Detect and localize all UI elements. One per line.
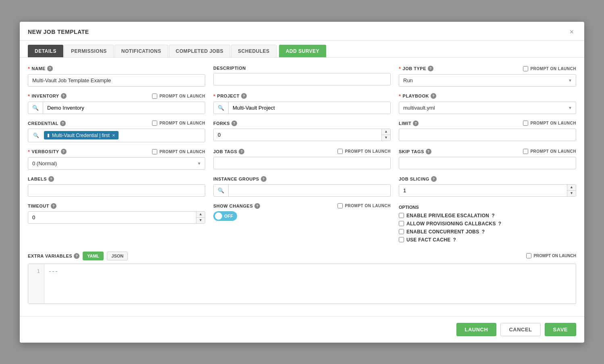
tab-add-survey[interactable]: ADD SURVEY	[279, 45, 326, 57]
forks-up[interactable]: ▲	[382, 129, 390, 135]
limit-prompt-checkbox[interactable]	[523, 121, 528, 126]
name-help-icon[interactable]: ?	[47, 66, 53, 71]
inventory-label: INVENTORY	[32, 94, 59, 98]
form-body: * NAME ? DESCRIPTION * JOB TYPE	[20, 58, 584, 312]
fact-cache-checkbox[interactable]	[399, 237, 404, 242]
inventory-input[interactable]	[43, 102, 205, 114]
credential-field: 🔍 ▮ Multi-Vault Credential | first ×	[28, 129, 205, 142]
instance-groups-search-icon[interactable]: 🔍	[214, 185, 229, 196]
yaml-format-button[interactable]: YAML	[83, 252, 104, 260]
project-search-wrap: 🔍	[213, 102, 391, 114]
forks-input-wrap: ▲ ▼	[213, 129, 391, 141]
limit-prompt-label: PROMPT ON LAUNCH	[530, 121, 576, 125]
forks-input[interactable]	[214, 129, 381, 141]
project-search-icon[interactable]: 🔍	[214, 102, 229, 114]
provisioning-callbacks-checkbox[interactable]	[399, 221, 404, 226]
row-verbosity-jobtags-skiptags: * VERBOSITY ? PROMPT ON LAUNCH 0 (Normal…	[28, 149, 576, 170]
job-slicing-input-wrap: ▲ ▼	[399, 184, 576, 197]
skiptags-prompt-checkbox[interactable]	[523, 149, 528, 154]
extra-variables-prompt-checkbox[interactable]	[526, 253, 531, 258]
extra-variables-help-icon[interactable]: ?	[74, 253, 79, 259]
credential-tag-remove[interactable]: ×	[112, 132, 115, 138]
inventory-help-icon[interactable]: ?	[61, 93, 67, 99]
fact-cache-help-icon[interactable]: ?	[453, 237, 456, 243]
playbook-select-wrap: multivault.yml ▼	[399, 102, 576, 114]
jobtags-help-icon[interactable]: ?	[239, 149, 244, 154]
jobtags-label: JOB TAGS	[213, 149, 237, 154]
code-content[interactable]: ---	[44, 264, 576, 304]
credential-help-icon[interactable]: ?	[60, 121, 66, 126]
tab-permissions[interactable]: PERMISSIONS	[64, 45, 114, 57]
name-input[interactable]	[28, 74, 205, 87]
timeout-help-icon[interactable]: ?	[51, 203, 56, 209]
forks-help-icon[interactable]: ?	[231, 121, 237, 126]
save-button[interactable]: SAVE	[545, 323, 576, 336]
options-title: OPTIONS	[399, 205, 576, 210]
concurrent-jobs-checkbox[interactable]	[399, 229, 404, 234]
jobtype-help-icon[interactable]: ?	[428, 66, 433, 71]
concurrent-jobs-help-icon[interactable]: ?	[482, 229, 485, 235]
show-changes-prompt-checkbox[interactable]	[337, 203, 343, 208]
labels-input[interactable]	[28, 184, 205, 197]
show-changes-toggle-label: OFF	[224, 214, 233, 218]
verbosity-help-icon[interactable]: ?	[61, 149, 67, 154]
limit-help-icon[interactable]: ?	[413, 121, 419, 126]
row-inventory-project-playbook: * INVENTORY ? PROMPT ON LAUNCH 🔍	[28, 93, 576, 114]
description-input[interactable]	[213, 73, 391, 85]
job-tags-input[interactable]	[213, 157, 391, 169]
inventory-prompt-checkbox[interactable]	[152, 94, 157, 99]
privilege-escalation-help-icon[interactable]: ?	[492, 213, 495, 218]
instance-groups-input[interactable]	[229, 185, 390, 196]
jobtags-prompt-checkbox[interactable]	[337, 149, 343, 154]
instance-groups-help-icon[interactable]: ?	[261, 176, 267, 182]
tab-schedules[interactable]: SCHEDULES	[231, 45, 277, 57]
tab-details[interactable]: DETAILS	[28, 45, 63, 57]
verbosity-select[interactable]: 0 (Normal) 1 (Verbose) 2 (More Verbose) …	[28, 157, 205, 170]
credential-prompt-checkbox[interactable]	[152, 121, 157, 126]
timeout-spinners: ▲ ▼	[196, 212, 205, 223]
limit-input[interactable]	[399, 129, 576, 141]
timeout-input[interactable]	[28, 212, 196, 223]
labels-help-icon[interactable]: ?	[48, 176, 54, 182]
jobtype-select[interactable]: Run Check Scan	[399, 74, 576, 87]
launch-button[interactable]: LAUNCH	[456, 323, 497, 336]
skiptags-help-icon[interactable]: ?	[426, 149, 431, 154]
playbook-help-icon[interactable]: ?	[431, 93, 436, 99]
modal-backdrop: NEW JOB TEMPLATE × DETAILS PERMISSIONS N…	[0, 0, 604, 364]
jobtags-prompt-label: PROMPT ON LAUNCH	[345, 149, 391, 154]
playbook-select[interactable]: multivault.yml	[399, 102, 576, 114]
inventory-search-icon[interactable]: 🔍	[28, 102, 43, 114]
line-number-1: 1	[32, 268, 40, 274]
provisioning-callbacks-help-icon[interactable]: ?	[498, 221, 502, 227]
timeout-up[interactable]: ▲	[196, 212, 205, 218]
job-slicing-help-icon[interactable]: ?	[431, 176, 437, 182]
show-changes-toggle[interactable]: OFF	[213, 211, 237, 221]
forks-down[interactable]: ▼	[382, 135, 390, 141]
close-button[interactable]: ×	[567, 27, 576, 36]
modal-title: NEW JOB TEMPLATE	[28, 29, 89, 35]
timeout-down[interactable]: ▼	[196, 218, 205, 223]
jobtype-prompt-label: PROMPT ON LAUNCH	[530, 67, 576, 71]
verbosity-prompt-checkbox[interactable]	[152, 149, 157, 154]
job-slicing-up[interactable]: ▲	[567, 185, 576, 191]
job-slicing-input[interactable]	[399, 185, 567, 196]
cancel-button[interactable]: CANCEL	[500, 323, 540, 336]
jobtype-prompt-checkbox[interactable]	[523, 66, 528, 71]
project-help-icon[interactable]: ?	[241, 93, 247, 99]
line-numbers: 1	[28, 264, 44, 304]
option-fact-cache: USE FACT CACHE ?	[399, 237, 576, 243]
project-input[interactable]	[229, 102, 390, 114]
job-slicing-spinners: ▲ ▼	[567, 185, 576, 196]
privilege-escalation-checkbox[interactable]	[399, 213, 404, 218]
skip-tags-input[interactable]	[399, 157, 576, 169]
credential-search-icon[interactable]: 🔍	[30, 131, 42, 140]
field-project: * PROJECT ? 🔍	[213, 93, 391, 114]
tab-notifications[interactable]: NOTIFICATIONS	[115, 45, 168, 57]
tab-completed-jobs[interactable]: COMPLETED JOBS	[169, 45, 230, 57]
verbosity-label: VERBOSITY	[32, 149, 59, 154]
json-format-button[interactable]: JSON	[107, 252, 128, 260]
extra-variables-label: EXTRA VARIABLES	[28, 254, 72, 258]
show-changes-help-icon[interactable]: ?	[254, 203, 260, 209]
job-slicing-down[interactable]: ▼	[567, 191, 576, 196]
verbosity-prompt-label: PROMPT ON LAUNCH	[159, 150, 205, 154]
